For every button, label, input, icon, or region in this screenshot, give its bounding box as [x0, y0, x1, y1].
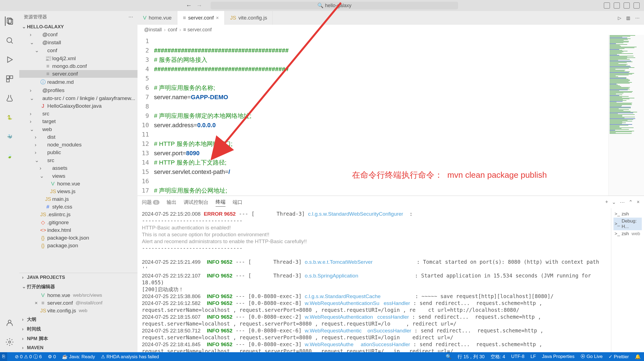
tree-item[interactable]: <>index.html [19, 226, 137, 234]
breadcrumb-item[interactable]: conf [168, 27, 177, 33]
settings-gear-icon[interactable] [5, 337, 14, 347]
panel-tab[interactable]: 输出 [167, 198, 177, 207]
tree-item[interactable]: ⓘreadme.md [19, 78, 137, 87]
breadcrumb-item[interactable]: @install [144, 27, 162, 33]
tree-item[interactable]: ⌄conf [19, 46, 137, 54]
status-item[interactable]: ⊘ 0 ⚠ 0 ⓘ 6 [15, 354, 42, 360]
tree-item[interactable]: ›public [19, 149, 137, 156]
docker-icon[interactable]: 🐳 [5, 132, 14, 141]
tree-item[interactable]: ›@conf [19, 31, 137, 38]
line-gutter: 1234567891011121314151617 [137, 35, 154, 196]
sidebar-more-icon[interactable]: ⋯ [128, 14, 133, 20]
tree-item[interactable]: {}package-lock.json [19, 234, 137, 242]
split-editor-icon[interactable]: ▥ [626, 15, 630, 21]
tree-item[interactable]: JHelloGalaxyBooter.java [19, 102, 137, 110]
status-item[interactable]: LF [530, 354, 536, 360]
breadcrumb[interactable]: @install›conf›≡ server.conf [137, 25, 644, 35]
tree-item[interactable]: ›@profiles [19, 87, 137, 94]
sidebar-section[interactable]: ›时间线 [19, 324, 137, 334]
tree-item[interactable]: ⌄@install [19, 38, 137, 46]
open-editors-section[interactable]: ⌄打开的编辑器 [19, 282, 137, 291]
open-editor-item[interactable]: Vhome.vueweb/src/views [19, 291, 137, 299]
panel-tab[interactable]: 端口 [233, 198, 243, 207]
remote-indicator-icon[interactable]: ⎘ [0, 352, 7, 361]
tree-item[interactable]: ›target [19, 118, 137, 125]
nav-forward-icon[interactable]: → [196, 2, 202, 9]
panel-tab[interactable]: 问题6 [142, 198, 159, 207]
status-item[interactable]: 空格: 4 [491, 354, 505, 360]
panel-tab[interactable]: 调试控制台 [184, 198, 208, 207]
tree-item[interactable]: ⌄auto-src / com / linkgie / galaxyframew… [19, 94, 137, 102]
status-item[interactable]: 🔔 [635, 354, 641, 360]
tree-item[interactable]: ⌄views [19, 172, 137, 180]
new-terminal-icon[interactable]: + [605, 199, 608, 205]
tree-item[interactable]: ›node_modules [19, 141, 137, 149]
tree-item[interactable]: JSviews.js [19, 188, 137, 195]
command-center-search[interactable]: 🔍 hello-galaxy [211, 2, 458, 9]
tree-item[interactable]: ›dist [19, 133, 137, 141]
terminal-dropdown-icon[interactable]: ⌄ [612, 199, 616, 205]
explorer-icon[interactable] [5, 16, 14, 26]
sidebar-section[interactable]: ›MAVEN [19, 343, 137, 352]
testing-icon[interactable] [5, 93, 14, 103]
tree-item[interactable]: JSmain.js [19, 195, 137, 203]
terminal-icon: >_ [615, 211, 620, 217]
tree-item[interactable]: 📰log4j2.xml [19, 54, 137, 62]
editor-tab[interactable]: JSvite.config.js [225, 11, 273, 25]
status-item[interactable]: ⚠ RHDA analysis has failed [101, 354, 159, 360]
file-tree: ›@conf⌄@install⌄conf📰log4j2.xml≡mongo.db… [19, 31, 137, 273]
sidebar-section[interactable]: ›大纲 [19, 315, 137, 324]
python-icon[interactable]: 🐍 [5, 113, 14, 122]
tree-item[interactable]: ⌄web [19, 125, 137, 133]
more-actions-icon[interactable]: ⋯ [635, 15, 640, 21]
svg-rect-5 [7, 76, 9, 79]
tree-item[interactable]: #style.css [19, 203, 137, 211]
status-item[interactable]: Java Properties [542, 354, 574, 360]
open-editor-item[interactable]: JSvite.config.jsweb [19, 307, 137, 315]
tree-item[interactable]: ›assets [19, 164, 137, 172]
project-header[interactable]: ⌄HELLO-GALAXY [19, 23, 137, 31]
layout-panel-icon[interactable] [614, 2, 620, 9]
editor-tab[interactable]: Vhome.vue [137, 11, 177, 25]
layout-sidebar-left-icon[interactable] [604, 2, 610, 9]
sidebar-section[interactable]: ›NPM 脚本 [19, 334, 137, 343]
close-panel-icon[interactable]: × [637, 199, 640, 205]
run-icon[interactable]: ▷ [618, 15, 621, 21]
terminal-instance[interactable]: >_zshweb [613, 230, 642, 237]
search-status-icon[interactable]: 🔍 [446, 354, 452, 360]
layout-sidebar-right-icon[interactable] [624, 2, 630, 9]
minimap[interactable] [608, 35, 644, 196]
terminal-instance[interactable]: >_Debug: H... [613, 218, 642, 230]
tree-item[interactable]: ⌄src [19, 156, 137, 164]
panel-tab[interactable]: 终端 [216, 198, 225, 207]
maximize-panel-icon[interactable]: ⌃ [629, 199, 633, 205]
tree-item[interactable]: ›src [19, 110, 137, 118]
search-activity-icon[interactable] [5, 36, 14, 45]
status-item[interactable]: ⚙ 0 [48, 354, 56, 360]
tree-item[interactable]: ◇.gitignore [19, 218, 137, 226]
status-item[interactable]: UTF-8 [511, 354, 524, 360]
tree-item[interactable]: JS.eslintrc.js [19, 211, 137, 218]
run-debug-icon[interactable] [5, 55, 14, 64]
tree-item[interactable]: Vhome.vue [19, 180, 137, 188]
close-tab-icon[interactable]: × [216, 15, 219, 21]
layout-customize-icon[interactable] [634, 2, 640, 9]
tree-item[interactable]: ≡mongo.db.conf [19, 62, 137, 70]
nav-back-icon[interactable]: ← [186, 2, 192, 9]
status-item[interactable]: ✓ Prettier [609, 354, 629, 360]
terminal-output[interactable]: 2024-07-25 22:15:20.008 ERROR 9652 --- [… [137, 208, 611, 352]
panel-more-icon[interactable]: ⋯ [620, 199, 625, 205]
breadcrumb-item[interactable]: ≡ server.conf [183, 27, 212, 33]
tree-item[interactable]: ≡server.conf [19, 70, 137, 78]
editor-tab[interactable]: ≡server.conf× [177, 11, 225, 25]
tree-item[interactable]: {}package.json [19, 242, 137, 249]
status-item[interactable]: ⦿ Go Live [580, 354, 602, 360]
extensions-icon[interactable] [5, 74, 14, 84]
mongodb-icon[interactable]: 🍃 [5, 151, 14, 160]
status-item[interactable]: ☕ Java: Ready [62, 354, 95, 360]
java-projects-section[interactable]: ›JAVA PROJECTS [19, 273, 137, 282]
status-item[interactable]: 行 15，列 30 [458, 354, 485, 360]
open-editor-item[interactable]: ×≡server.conf@install/conf [19, 299, 137, 307]
terminal-instance[interactable]: >_zsh [613, 210, 642, 218]
accounts-icon[interactable] [5, 318, 14, 327]
